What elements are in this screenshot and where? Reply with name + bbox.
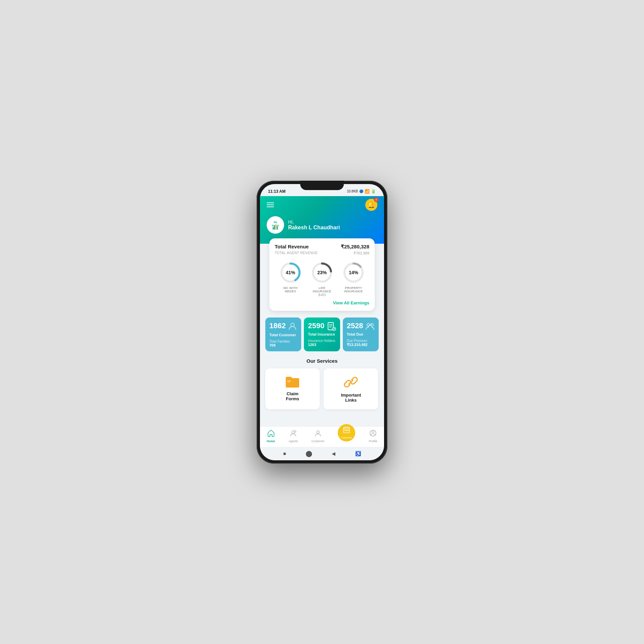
revenue-amount: ₹25,280,328 [341, 244, 369, 250]
donut-label-pi: 14% [349, 270, 358, 275]
network-speed: 10.8KB [347, 189, 358, 193]
battery-icon: 🔋 [371, 189, 376, 194]
svg-point-17 [317, 431, 319, 433]
svg-rect-23 [346, 430, 347, 431]
status-time: 11:13 AM [268, 189, 285, 194]
svg-rect-24 [347, 430, 348, 431]
svg-point-15 [292, 431, 294, 433]
profile-icon [369, 429, 377, 438]
svg-point-7 [291, 323, 294, 327]
nav-item-customer[interactable]: Customer [311, 429, 324, 443]
stat-label-due: Total Due [347, 332, 375, 336]
nav-label-calender: Calender [341, 436, 352, 439]
stat-sub-label-customers: Total Families [269, 340, 297, 343]
svg-rect-5 [275, 224, 276, 230]
service-card-important-links[interactable]: ImportantLinks [324, 368, 378, 409]
folder-icon [285, 375, 300, 388]
stat-card-due[interactable]: 2528 Total Due Due Premium [343, 317, 379, 351]
customer-icon [314, 429, 322, 438]
agents-icon [289, 429, 297, 438]
phone-screen: 11:13 AM 10.8KB 🔵 📶 🔋 🔔 [260, 184, 384, 460]
greeting-hi: Hi, [288, 219, 340, 225]
due-icon [365, 321, 375, 332]
svg-text:My: My [274, 221, 277, 224]
stat-sub-label-due: Due Premium [347, 339, 375, 343]
stat-card-insurance[interactable]: 2590 Total Insurance Insurance Holders [304, 317, 340, 351]
hamburger-line-2 [267, 204, 274, 205]
view-all-earnings[interactable]: View All Earnings [275, 300, 369, 305]
revenue-card-wrapper: Total Revenue ₹25,280,328 TOTAL AGENT RE… [260, 238, 384, 311]
hamburger-line-1 [267, 202, 274, 203]
header-top-row: 🔔 [267, 199, 377, 211]
services-section: Our Services ClaimForms [260, 355, 384, 415]
service-label-claim-forms: ClaimForms [286, 391, 299, 401]
stat-sub-value-insurance: 1263 [308, 343, 336, 347]
nav-item-agents[interactable]: Agents [288, 429, 298, 443]
nav-item-calender[interactable]: Calender [338, 424, 355, 442]
hamburger-menu[interactable] [267, 202, 274, 207]
svg-rect-13 [287, 382, 290, 382]
services-title: Our Services [265, 358, 379, 364]
nav-label-customer: Customer [311, 440, 324, 443]
svg-rect-6 [277, 226, 278, 230]
signal-icon: 📶 [365, 189, 370, 194]
greeting-name: Rakesh L Chaudhari [288, 225, 340, 231]
greeting-section: Hi, Rakesh L Chaudhari [288, 219, 340, 231]
logo-svg: My Invest [267, 216, 283, 232]
stats-section: 1862 Total Customer Total Families 709 [260, 311, 384, 355]
bottom-nav: Home Agents [260, 426, 384, 447]
status-icons: 10.8KB 🔵 📶 🔋 [347, 189, 376, 194]
service-card-claim-forms[interactable]: ClaimForms [265, 368, 320, 409]
notification-button[interactable]: 🔔 [365, 199, 377, 211]
profile-row: My Invest Hi, Rakesh L Chaudhari [267, 216, 377, 234]
stat-sub-label-insurance: Insurance Holders [308, 339, 336, 343]
svg-rect-12 [287, 380, 291, 381]
donut-wc: 41% [279, 261, 302, 284]
chart-pi: 14% PROPERTY INSURANCE [342, 261, 365, 296]
hamburger-line-3 [267, 207, 274, 207]
android-circle[interactable]: ⬤ [306, 450, 312, 457]
donut-pi: 14% [342, 261, 365, 284]
revenue-sub-label: TOTAL AGENT REVENUE [275, 251, 318, 255]
android-accessibility[interactable]: ♿ [355, 451, 361, 456]
stat-sub-value-due: ₹13,310,482 [347, 343, 375, 347]
service-label-important-links: ImportantLinks [341, 393, 361, 403]
calender-icon [343, 426, 350, 435]
app-header: 🔔 My Invest [260, 196, 384, 244]
nav-label-agents: Agents [288, 440, 298, 443]
bell-icon: 🔔 [368, 201, 375, 209]
android-nav: ■ ⬤ ◀ ♿ [260, 447, 384, 460]
svg-rect-4 [274, 226, 275, 230]
insurance-icon [327, 321, 336, 332]
svg-rect-22 [344, 430, 345, 431]
nav-item-home[interactable]: Home [267, 429, 275, 443]
svg-point-26 [372, 431, 374, 433]
phone-frame: 11:13 AM 10.8KB 🔵 📶 🔋 🔔 [257, 181, 387, 464]
chart-title-pi: PROPERTY INSURANCE [342, 286, 365, 293]
stat-number-due: 2528 [347, 321, 363, 330]
customers-icon [288, 321, 297, 333]
android-back[interactable]: ◀ [332, 451, 335, 456]
nav-item-profile[interactable]: Profile [369, 429, 377, 443]
stat-card-customers[interactable]: 1862 Total Customer Total Families 709 [265, 317, 301, 351]
stat-sub-value-customers: 709 [269, 343, 297, 347]
chart-title-li: LIFE INSURANCE (LIC) [310, 286, 334, 296]
donut-li: 23% [310, 261, 334, 284]
revenue-top-row: Total Revenue ₹25,280,328 [275, 244, 369, 250]
link-icon [344, 375, 358, 389]
svg-rect-3 [273, 227, 274, 230]
nav-label-home: Home [267, 440, 275, 443]
revenue-title: Total Revenue [275, 244, 309, 249]
stat-label-insurance: Total Insurance [308, 332, 336, 336]
charts-row: 41% WC WITH MEDEX 23% [275, 261, 369, 296]
android-square[interactable]: ■ [283, 451, 286, 456]
phone-notch [300, 181, 344, 190]
donut-label-wc: 41% [286, 270, 295, 275]
services-grid: ClaimForms ImportantLinks [265, 368, 379, 409]
main-scroll: 🔔 My Invest [260, 196, 384, 426]
bluetooth-icon: 🔵 [359, 189, 363, 193]
revenue-sub-row: TOTAL AGENT REVENUE ₹762,999 [275, 251, 369, 255]
revenue-card: Total Revenue ₹25,280,328 TOTAL AGENT RE… [269, 238, 375, 311]
stat-label-customers: Total Customer [269, 333, 297, 337]
home-icon [267, 429, 275, 438]
